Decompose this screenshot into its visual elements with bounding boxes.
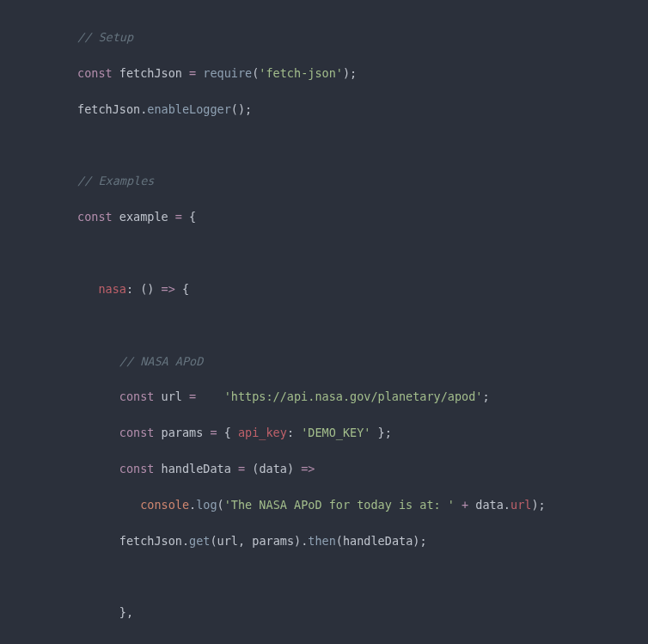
comment: // NASA APoD (119, 354, 204, 368)
code-line: // Setup (77, 28, 631, 46)
code-line: fetchJson.enableLogger(); (77, 101, 631, 119)
keyword-const: const (77, 66, 113, 80)
code-line (77, 316, 631, 334)
code-line: nasa: () => { (77, 280, 631, 298)
code-line: const fetchJson = require('fetch-json'); (77, 64, 631, 83)
code-line: // Examples (77, 172, 631, 190)
code-line: const example = { (77, 208, 631, 226)
code-line (77, 640, 631, 644)
code-line (77, 244, 631, 262)
prop-nasa: nasa (98, 282, 126, 296)
code-line: const url = 'https://api.nasa.gov/planet… (77, 388, 631, 406)
code-line: console.log('The NASA APoD for today is … (77, 496, 631, 514)
comment: // Setup (77, 30, 133, 44)
code-line: }, (77, 604, 631, 622)
comment: // Examples (77, 174, 154, 187)
code-line: const params = { api_key: 'DEMO_KEY' }; (77, 424, 631, 442)
code-line (77, 568, 631, 586)
code-line: const handleData = (data) => (77, 460, 631, 478)
code-line (77, 136, 631, 154)
code-line: fetchJson.get(url, params).then(handleDa… (77, 532, 631, 550)
code-block: // Setup const fetchJson = require('fetc… (0, 10, 648, 644)
code-line: // NASA APoD (77, 353, 631, 371)
